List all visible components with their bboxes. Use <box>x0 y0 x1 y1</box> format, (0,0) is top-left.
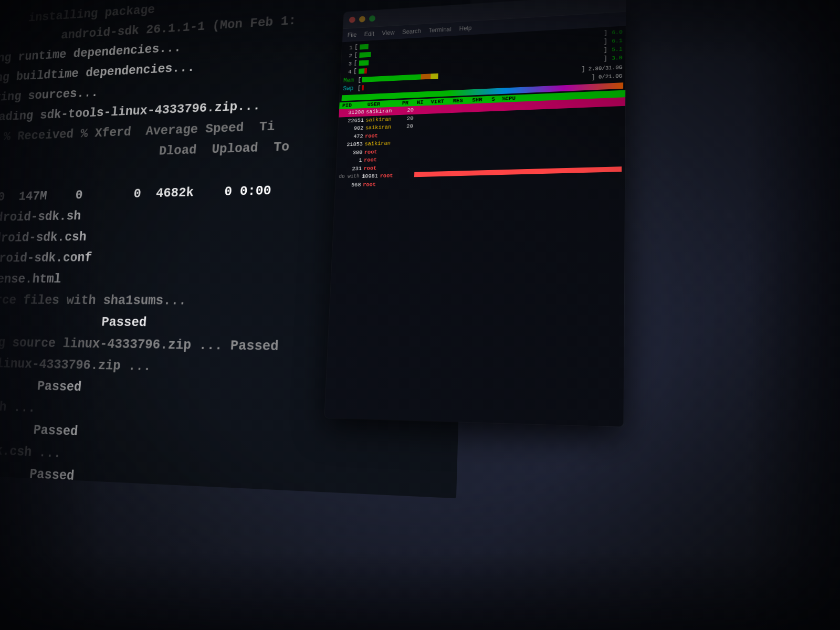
menu-edit[interactable]: Edit <box>364 30 374 38</box>
swp-label: Swp <box>343 85 356 92</box>
col-ni: NI <box>417 99 428 106</box>
cpu-label-3: 3 <box>344 60 352 67</box>
cpu-value-3: 5.1 <box>612 46 622 53</box>
col-s: S <box>491 96 499 102</box>
cpu-value-4: 3.0 <box>612 55 622 61</box>
dot-red[interactable] <box>349 16 355 23</box>
menu-view[interactable]: View <box>382 29 394 37</box>
mem-label: Mem <box>343 77 357 84</box>
menu-file[interactable]: File <box>348 32 357 39</box>
col-res: RES <box>453 97 469 104</box>
mem-value: 2.80/31.0G <box>589 64 623 72</box>
col-shr: SHR <box>472 97 488 103</box>
col-pid: PID <box>342 102 365 109</box>
dot-yellow[interactable] <box>359 16 365 22</box>
proc-table: 31208 saikiran 20 22651 saikiran 20 902 … <box>335 97 625 190</box>
col-cpu: %CPU <box>502 95 518 102</box>
swp-value: 0/21.0G <box>598 72 622 80</box>
perspective-container: installing package android-sdk 26.1.1-1 … <box>0 0 840 630</box>
right-sidebar: 6.0 6.1 5.1 3.0 2.80/31.0G 0/21.0G Sudo … <box>838 0 840 407</box>
col-virt: VIRT <box>430 98 450 105</box>
dot-green[interactable] <box>369 15 375 22</box>
cpu-value-1: 6.0 <box>612 29 622 36</box>
terminal-htop: File Edit View Search Terminal Help 1 [ <box>324 0 626 427</box>
cpu-label-4: 4 <box>344 68 352 75</box>
cpu-label-1: 1 <box>345 44 353 51</box>
tilt-wrapper: installing package android-sdk 26.1.1-1 … <box>0 0 840 630</box>
col-pr: PR <box>402 100 414 106</box>
menu-help[interactable]: Help <box>459 25 472 32</box>
menu-terminal[interactable]: Terminal <box>428 26 451 34</box>
cpu-value-2: 6.1 <box>612 38 622 45</box>
menu-search[interactable]: Search <box>402 28 421 36</box>
cpu-label-2: 2 <box>344 52 352 59</box>
